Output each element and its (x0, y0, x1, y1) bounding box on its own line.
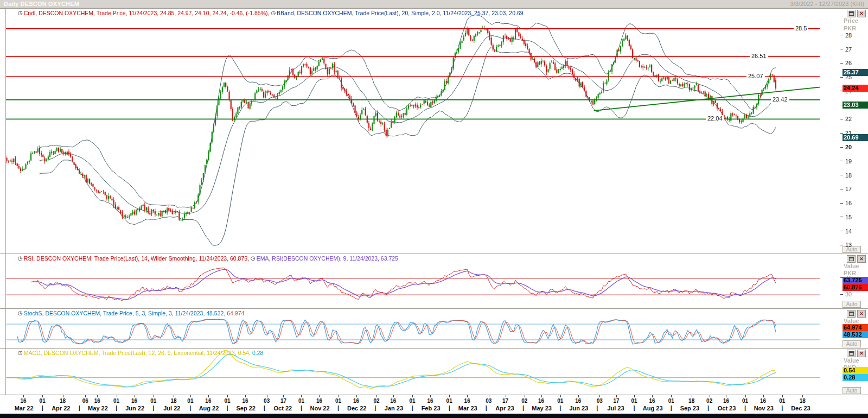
close-icon[interactable]: ✕ (857, 10, 866, 17)
day-tick-mark (726, 395, 726, 397)
day-tick-mark (671, 395, 672, 397)
day-tick-mark (339, 395, 339, 397)
day-tick-label: 02 (373, 398, 379, 404)
day-tick-mark (267, 395, 267, 397)
axis-unit-pkr: PKR (844, 270, 856, 276)
restore-icon[interactable] (847, 350, 856, 357)
legend-bband-series[interactable]: BBand, DESCON OXYCHEM, Trade Price(Last)… (277, 10, 523, 16)
window-title: Daily DESCON OXYCHEM (4, 1, 79, 7)
day-tick-label: 18 (60, 398, 66, 404)
macd-axis[interactable]: ✕ Value PKR 0.540.28 Auto (820, 349, 868, 395)
month-separator: | (337, 404, 339, 411)
day-tick-mark (208, 395, 209, 397)
day-tick-mark (710, 395, 710, 397)
month-separator: | (559, 404, 561, 411)
auto-scale-button[interactable]: Auto (843, 301, 861, 308)
day-tick-mark (412, 395, 413, 397)
stoch-plot-area[interactable]: ◷StochS, DESCON OXYCHEM, Trade Price, 5,… (5, 309, 820, 348)
restore-icon[interactable] (847, 255, 856, 263)
month-label: Oct 23 (718, 405, 736, 411)
day-tick-label: 01 (298, 398, 304, 404)
axis-price-flag: 48.532 (843, 331, 868, 338)
price-chart-canvas[interactable] (6, 9, 820, 254)
auto-scale-button[interactable]: Auto (843, 340, 861, 347)
month-separator: | (264, 404, 265, 411)
day-tick-label: 18 (171, 398, 177, 404)
day-tick-label: 01 (742, 398, 748, 404)
month-label: Jul 23 (607, 405, 624, 411)
panel-window-controls: ✕ (847, 350, 866, 357)
month-separator: | (671, 404, 672, 411)
day-tick-label: 01 (225, 398, 231, 404)
day-tick-mark (154, 395, 154, 397)
month-separator: | (227, 404, 228, 411)
close-icon[interactable]: ✕ (857, 255, 866, 263)
month-label: Aug 23 (643, 405, 663, 411)
day-tick-label: 18 (688, 398, 694, 404)
price-axis[interactable]: ✕ Price PKR 2827262524232221201918171615… (820, 9, 868, 254)
clock-icon: ◷ (18, 310, 23, 316)
day-tick-label: 01 (779, 398, 785, 404)
day-tick-mark (525, 395, 525, 397)
day-tick-mark (301, 395, 302, 397)
macd-plot-area[interactable]: ◷MACD, DESCON OXYCHEM, Trade Price(Last)… (5, 349, 820, 395)
clock-icon: ◷ (18, 10, 23, 16)
auto-scale-button[interactable]: Auto (843, 387, 861, 394)
level-label: 28.5 (794, 25, 808, 32)
close-icon[interactable]: ✕ (857, 350, 866, 357)
rsi-axis[interactable]: ✕ Value PKR 7030 63.72560.875 Auto (820, 254, 868, 308)
price-plot-area[interactable]: ◷Cndl, DESCON OXYCHEM, Trade Price, 11/2… (5, 9, 820, 254)
close-icon[interactable]: ✕ (857, 310, 866, 318)
day-tick-label: 16 (390, 398, 396, 404)
legend-stoch-d-value[interactable]: 64.974 (227, 310, 244, 316)
day-tick-label: 03 (264, 398, 270, 404)
month-label: Mar 22 (15, 405, 34, 411)
rsi-panel: ◷RSI, DESCON OXYCHEM, Trade Price(Last),… (0, 254, 868, 308)
day-tick-label: 01 (113, 398, 119, 404)
panel-window-controls: ✕ (847, 310, 866, 318)
legend-macd-signal-value[interactable]: 0.28 (252, 350, 263, 356)
legend-candle-series[interactable]: Cndl, DESCON OXYCHEM, Trade Price, 11/24… (24, 10, 271, 16)
stoch-axis[interactable]: ✕ Value 64.97448.532 Auto (820, 309, 868, 348)
restore-icon[interactable] (847, 10, 856, 17)
day-tick-label: 18 (800, 398, 806, 404)
day-tick-mark (652, 395, 653, 397)
stochastic-panel: ◷StochS, DESCON OXYCHEM, Trade Price, 5,… (0, 308, 868, 348)
month-label: Feb 23 (422, 405, 441, 411)
month-label: Jan 23 (385, 405, 403, 411)
day-tick-label: 01 (446, 398, 452, 404)
axis-tick-label: 13 (840, 242, 852, 248)
day-tick-mark (319, 395, 320, 397)
rsi-plot-area[interactable]: ◷RSI, DESCON OXYCHEM, Trade Price(Last),… (5, 254, 820, 308)
day-tick-label: 02 (706, 398, 712, 404)
day-tick-mark (449, 395, 450, 397)
month-separator: | (79, 404, 80, 411)
legend-ema-series[interactable]: EMA, RSI(DESCON OXYCHEM), 9, 11/24/2023,… (257, 255, 398, 262)
day-tick-mark (376, 395, 377, 397)
month-separator: | (522, 404, 524, 411)
day-tick-mark (42, 395, 43, 397)
legend-stoch-series[interactable]: StochS, DESCON OXYCHEM, Trade Price, 5, … (24, 310, 227, 316)
rsi-chart-canvas[interactable] (6, 254, 820, 309)
day-tick-label: 16 (94, 398, 100, 404)
month-label: Apr 22 (52, 405, 70, 411)
date-range-label: 3/3/2022 - 12/27/2023 (KHI) (790, 1, 864, 7)
legend-macd-series[interactable]: MACD, DESCON OXYCHEM, Trade Price(Last),… (24, 350, 252, 356)
restore-icon[interactable] (847, 310, 856, 318)
month-label: Aug 22 (199, 405, 219, 411)
clock-icon: ◷ (18, 255, 23, 261)
window-titlebar[interactable]: Daily DESCON OXYCHEM 3/3/2022 - 12/27/20… (0, 0, 868, 8)
month-separator: | (707, 404, 709, 411)
month-separator: | (116, 404, 117, 411)
month-label: Oct 22 (274, 405, 292, 411)
price-panel: ◷Cndl, DESCON OXYCHEM, Trade Price, 11/2… (0, 8, 868, 254)
day-tick-mark (430, 395, 431, 397)
time-axis[interactable]: 16Mar 220118Apr 22|0616May 22|0116Jun 22… (0, 395, 868, 414)
legend-rsi-series[interactable]: RSI, DESCON OXYCHEM, Trade Price(Last), … (24, 255, 251, 262)
axis-tick-label: 19 (840, 158, 852, 164)
day-tick-label: 16 (760, 398, 766, 404)
day-tick-label: 01 (187, 398, 193, 404)
day-tick-mark (97, 395, 98, 397)
month-separator: | (449, 404, 450, 411)
day-tick-mark (616, 395, 617, 397)
